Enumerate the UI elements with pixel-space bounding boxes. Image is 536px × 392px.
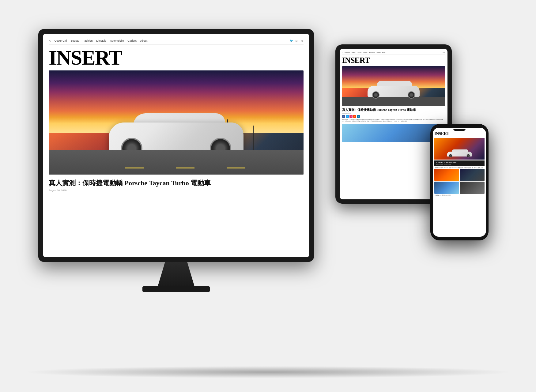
phone-car [447, 149, 473, 158]
phone-screen: INSERT PORSCHE SUBSCRIPTIONS [433, 128, 486, 237]
t-wheel-left [372, 91, 379, 99]
home-icon[interactable]: ⌂ [49, 39, 51, 43]
monitor-screen: ⌂ Cover Girl Beauty Fashion Lifestyle Au… [43, 34, 309, 257]
phone-notch [453, 129, 466, 131]
phone-website: INSERT PORSCHE SUBSCRIPTIONS [433, 128, 486, 198]
tablet-article-title: 真人實測：保時捷電動轎 Porsche Taycan Turbo 電動車 [342, 108, 445, 112]
nav-fashion[interactable]: Fashion [83, 39, 92, 42]
desktop-website: ⌂ Cover Girl Beauty Fashion Lifestyle Au… [43, 34, 309, 195]
nav-gadget[interactable]: Gadget [127, 39, 137, 42]
tablet-site-logo: INSERT [342, 56, 445, 65]
social-icons-group: 🐦 □ ◎ [289, 39, 304, 43]
desktop-monitor: ⌂ Cover Girl Beauty Fashion Lifestyle Au… [38, 29, 314, 305]
instagram-icon[interactable]: ◎ [300, 39, 304, 43]
monitor-stand [158, 262, 194, 286]
facebook-icon[interactable]: 🐦 [289, 39, 293, 43]
parking-line-1 [125, 168, 144, 168]
tablet-car [366, 80, 421, 100]
parking-line-3 [227, 168, 245, 168]
tablet-social-buttons: f t ◎ r in [342, 115, 445, 118]
desktop-hero-image [49, 70, 304, 175]
t-fb-btn[interactable]: f [342, 115, 345, 118]
phone-device: INSERT PORSCHE SUBSCRIPTIONS [430, 124, 489, 240]
parking-lot [49, 150, 304, 175]
parking-line-2 [176, 168, 194, 168]
t-home-icon: ⌂ [342, 51, 343, 53]
desktop-nav: ⌂ Cover Girl Beauty Fashion Lifestyle Au… [49, 37, 304, 45]
t-nav-beauty: Beauty [352, 51, 355, 53]
nav-automobile[interactable]: Automobile [110, 39, 124, 42]
nav-cover-girl[interactable]: Cover Girl [55, 39, 67, 42]
desktop-site-logo: INSERT [49, 47, 304, 68]
phone-promo-section: PORSCHE SUBSCRIPTIONS 每周未限期開, 合訂車型任意 [434, 160, 485, 166]
p-wheel-left [449, 154, 452, 157]
twitter-icon[interactable]: □ [295, 39, 298, 43]
phone-section-sub: 每周未限期開, 合訂車型任意 [436, 164, 483, 165]
t-nav-lifestyle: Lifestyle [363, 51, 368, 53]
monitor-frame: ⌂ Cover Girl Beauty Fashion Lifestyle Au… [38, 29, 314, 262]
phone-hero-image [434, 138, 485, 160]
t-rd-btn[interactable]: r [353, 115, 356, 118]
t-wheel-right [408, 91, 415, 99]
t-nav-covergirl: Cover Girl [345, 51, 350, 53]
tablet-hero-image [342, 66, 445, 106]
phone-grid-item-1 [434, 169, 459, 181]
phone-grid-item-2 [460, 169, 485, 181]
phone-text-bottom: 的要高齡卡們需用已進行上門 [434, 195, 485, 196]
main-scene: ⌂ Cover Girl Beauty Fashion Lifestyle Au… [23, 20, 513, 372]
t-nav-gadget: Gadget [376, 51, 380, 53]
p-wheel-right [467, 154, 470, 157]
t-nav-automobile: Automobile [369, 51, 375, 53]
t-tw-btn[interactable]: t [346, 115, 349, 118]
desktop-article-date: August 16, 2020 [49, 189, 304, 192]
phone-section-title: PORSCHE SUBSCRIPTIONS [436, 162, 483, 164]
desktop-article-title: 真人實測：保時捷電動轎 Porsche Taycan Turbo 電動車 [49, 179, 304, 188]
t-li-btn[interactable]: in [357, 115, 360, 118]
phone-grid-item-4 [460, 182, 485, 194]
t-nav-fashion: Fashion [357, 51, 361, 53]
devices-shadow [23, 366, 513, 378]
tablet-secondary-image [342, 124, 445, 142]
phone-image-grid [434, 169, 485, 194]
tablet-article-body: 相對電動車，大家可能首先會想到的除是近些年火遍腦目的 Tesla 系列，但是隨著… [342, 119, 445, 123]
nav-beauty[interactable]: Beauty [70, 39, 79, 42]
tablet-article-date: August 16, 2020 [342, 112, 445, 114]
phone-hero-bg [434, 138, 485, 160]
t-nav-about: About ∨ [382, 51, 387, 53]
tablet-nav: ⌂ Cover Girl Beauty Fashion Lifestyle Au… [342, 51, 445, 55]
nav-about[interactable]: About [140, 39, 148, 42]
phone-frame: INSERT PORSCHE SUBSCRIPTIONS [430, 124, 489, 240]
monitor-base [142, 286, 210, 292]
phone-grid-item-3 [434, 182, 459, 194]
nav-lifestyle[interactable]: Lifestyle [96, 39, 106, 42]
t-social-icons: f t ◎ [443, 51, 445, 53]
phone-site-logo: INSERT [434, 131, 485, 137]
t-ig-btn[interactable]: ◎ [349, 115, 353, 118]
